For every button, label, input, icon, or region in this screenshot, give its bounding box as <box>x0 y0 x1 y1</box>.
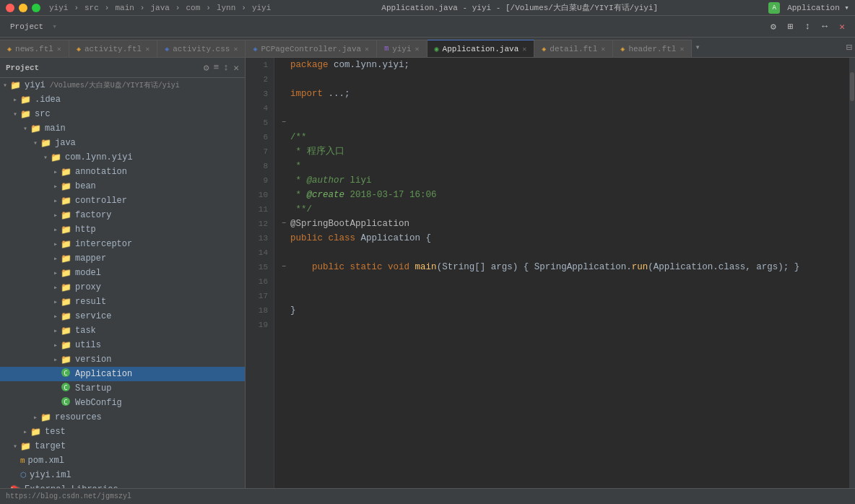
tab-close-detail-ftl[interactable]: ✕ <box>601 45 605 53</box>
status-left: https://blog.csdn.net/jgmszyl <box>6 492 131 500</box>
application-dropdown[interactable]: Application ▾ <box>787 3 849 12</box>
tab-close-yiyi-m[interactable]: ✕ <box>415 45 420 53</box>
tab-detail-ftl[interactable]: ◈ detail.ftl ✕ <box>534 40 613 57</box>
tree-arrow-main[interactable]: ▾ <box>20 124 30 133</box>
tree-arrow-bean[interactable]: ▸ <box>51 182 61 191</box>
toolbar-collapse-icon[interactable]: ↔ <box>817 19 832 33</box>
tree-item-test[interactable]: ▸ 📁 test <box>0 425 245 439</box>
tree-item-version[interactable]: ▸ 📁 version <box>0 352 245 367</box>
sidebar-tree[interactable]: ▾ 📁 yiyi /Volumes/大白菜U盘/YIYI有话/yiyi ▸ 📁 … <box>0 78 245 488</box>
close-button[interactable] <box>6 4 14 12</box>
tree-item-application-class[interactable]: C Application <box>0 367 245 381</box>
tree-arrow-utils[interactable]: ▸ <box>51 341 61 349</box>
tree-arrow-http[interactable]: ▸ <box>51 225 61 234</box>
tree-item-java[interactable]: ▾ 📁 java <box>0 136 245 150</box>
tree-item-idea[interactable]: ▸ 📁 .idea <box>0 92 245 107</box>
toolbar-close-icon[interactable]: ✕ <box>835 19 849 34</box>
editor-content[interactable]: 1 2 3 4 5 6 7 8 9 10 11 12 13 14 15 16 1… <box>246 58 855 488</box>
nav-yiyi2[interactable]: yiyi <box>252 4 271 12</box>
tree-arrow-target[interactable]: ▾ <box>10 442 20 451</box>
tree-arrow-resources[interactable]: ▸ <box>30 413 40 422</box>
tree-item-model[interactable]: ▸ 📁 model <box>0 266 245 280</box>
tree-item-result[interactable]: ▸ 📁 result <box>0 295 245 309</box>
tab-header-ftl[interactable]: ◈ header.ftl ✕ <box>613 40 692 57</box>
tree-item-utils[interactable]: ▸ 📁 utils <box>0 338 245 352</box>
toolbar-expand-icon[interactable]: ↕ <box>801 19 815 33</box>
tree-arrow-factory[interactable]: ▸ <box>51 211 61 220</box>
nav-src[interactable]: src <box>84 4 99 12</box>
tree-arrow-com[interactable]: ▾ <box>40 153 51 162</box>
tree-arrow-task[interactable]: ▸ <box>51 326 61 335</box>
tree-arrow-idea[interactable]: ▸ <box>10 95 20 104</box>
tree-arrow-controller[interactable]: ▸ <box>51 196 61 205</box>
fold-arrow-13[interactable]: − <box>277 217 290 231</box>
tree-item-yiyi-root[interactable]: ▾ 📁 yiyi /Volumes/大白菜U盘/YIYI有话/yiyi <box>0 78 245 92</box>
tree-arrow-yiyi[interactable]: ▾ <box>0 81 10 90</box>
tab-close-activity-ftl[interactable]: ✕ <box>145 45 149 53</box>
tab-close-application[interactable]: ✕ <box>522 45 526 53</box>
tree-item-external-libs[interactable]: ▸ 📚 External Libraries <box>0 482 245 488</box>
tree-arrow-mapper[interactable]: ▸ <box>51 254 61 263</box>
tree-item-annotation[interactable]: ▸ 📁 annotation <box>0 165 245 179</box>
tree-item-resources[interactable]: ▸ 📁 resources <box>0 410 245 425</box>
sidebar-close-icon[interactable]: ✕ <box>233 62 239 74</box>
fold-arrow-15[interactable]: − <box>277 260 290 274</box>
sidebar-filter-icon[interactable]: ≡ <box>214 62 220 74</box>
tree-arrow-service[interactable]: ▸ <box>51 312 61 321</box>
tree-item-mapper[interactable]: ▸ 📁 mapper <box>0 251 245 266</box>
tree-item-startup[interactable]: C Startup <box>0 381 245 396</box>
tree-item-interceptor[interactable]: ▸ 📁 interceptor <box>0 237 245 251</box>
toolbar-structure-icon[interactable]: ⊞ <box>784 19 798 34</box>
tab-close-news[interactable]: ✕ <box>57 45 61 53</box>
tree-arrow-version[interactable]: ▸ <box>51 355 61 364</box>
tab-application[interactable]: ◉ Application.java ✕ <box>428 40 535 57</box>
sidebar-gear-icon[interactable]: ⚙ <box>204 62 209 74</box>
nav-lynn[interactable]: lynn <box>217 4 235 12</box>
tree-item-task[interactable]: ▸ 📁 task <box>0 323 245 338</box>
tab-activity-css[interactable]: ◈ activity.css ✕ <box>157 40 246 57</box>
tree-arrow-src[interactable]: ▾ <box>10 110 20 118</box>
tab-yiyi-m[interactable]: m yiyi ✕ <box>377 40 427 57</box>
tab-overflow[interactable]: ▾ <box>692 42 703 53</box>
editor-scrollbar[interactable] <box>849 58 855 488</box>
tab-close-activity-css[interactable]: ✕ <box>233 45 238 53</box>
tree-item-src[interactable]: ▾ 📁 src <box>0 107 245 121</box>
tab-close-pcpage[interactable]: ✕ <box>365 45 369 53</box>
tree-item-bean[interactable]: ▸ 📁 bean <box>0 179 245 194</box>
tree-item-webconfig[interactable]: C WebConfig <box>0 396 245 410</box>
tree-item-yiyi-iml[interactable]: ⬡ yiyi.iml <box>0 468 245 482</box>
tree-arrow-result[interactable]: ▸ <box>51 297 61 306</box>
tree-item-pom-xml[interactable]: m pom.xml <box>0 453 245 468</box>
tree-item-controller[interactable]: ▸ 📁 controller <box>0 194 245 208</box>
nav-main[interactable]: main <box>115 4 134 12</box>
tree-item-target[interactable]: ▾ 📁 target <box>0 439 245 453</box>
tab-activity-ftl[interactable]: ◈ activity.ftl ✕ <box>69 40 157 57</box>
tab-pcpage[interactable]: ◈ PCPageController.java ✕ <box>246 40 377 57</box>
tab-news[interactable]: ◈ news.ftl ✕ <box>0 40 69 57</box>
nav-java[interactable]: java <box>150 4 169 12</box>
tree-item-http[interactable]: ▸ 📁 http <box>0 222 245 237</box>
toolbar-project[interactable]: Project <box>6 21 48 32</box>
tree-arrow-annotation[interactable]: ▸ <box>51 168 61 176</box>
code-area[interactable]: − − − package com.lynn.yiyi; import ...; <box>274 58 849 488</box>
tree-item-service[interactable]: ▸ 📁 service <box>0 309 245 323</box>
nav-yiyi[interactable]: yiyi <box>49 4 68 12</box>
scrollbar-thumb[interactable] <box>850 72 854 101</box>
fold-arrow-6[interactable]: − <box>277 116 290 130</box>
tab-close-header-ftl[interactable]: ✕ <box>680 45 684 53</box>
tree-arrow-java[interactable]: ▾ <box>30 139 40 147</box>
tree-item-factory[interactable]: ▸ 📁 factory <box>0 208 245 222</box>
toolbar-settings-icon[interactable]: ⚙ <box>766 19 781 34</box>
minimize-button[interactable] <box>19 4 27 12</box>
tree-arrow-proxy[interactable]: ▸ <box>51 283 61 292</box>
nav-com[interactable]: com <box>186 4 200 12</box>
tree-arrow-interceptor[interactable]: ▸ <box>51 240 61 248</box>
tab-split[interactable]: ⊟ <box>843 41 855 53</box>
tree-item-com-lynn-yiyi[interactable]: ▾ 📁 com.lynn.yiyi <box>0 150 245 165</box>
tree-item-proxy[interactable]: ▸ 📁 proxy <box>0 280 245 295</box>
tree-item-main[interactable]: ▾ 📁 main <box>0 121 245 136</box>
sidebar-collapse-icon[interactable]: ↕ <box>223 62 229 74</box>
tree-arrow-model[interactable]: ▸ <box>51 269 61 277</box>
tree-arrow-test[interactable]: ▸ <box>20 427 30 436</box>
maximize-button[interactable] <box>32 4 40 12</box>
